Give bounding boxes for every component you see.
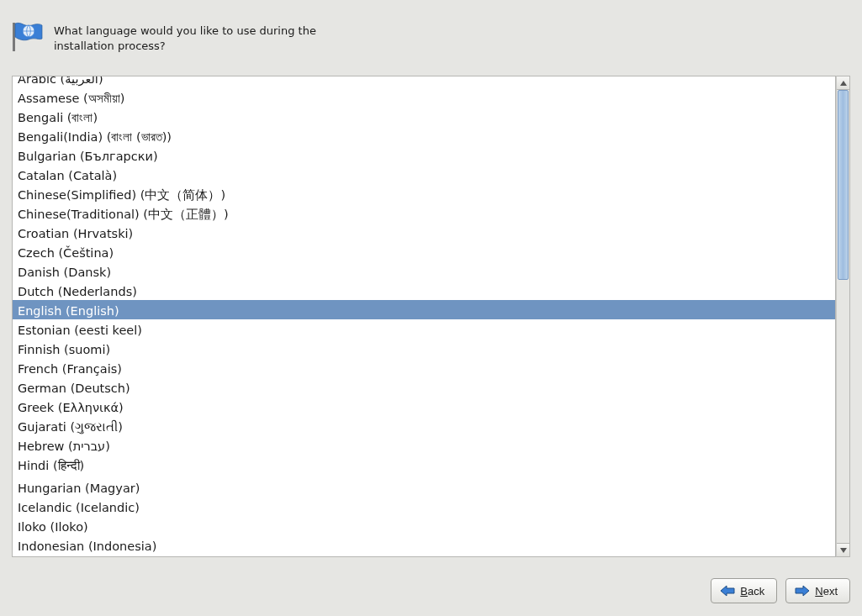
language-item[interactable]: Croatian (Hrvatski) <box>13 223 835 242</box>
arrow-left-icon <box>720 585 735 597</box>
language-item[interactable]: Estonian (eesti keel) <box>13 319 835 339</box>
language-item[interactable]: Dutch (Nederlands) <box>13 281 835 300</box>
language-item[interactable]: Hindi (हिन्दी) <box>13 455 835 474</box>
language-item[interactable]: Icelandic (Icelandic) <box>13 497 835 516</box>
language-item[interactable]: Indonesian (Indonesia) <box>13 535 835 555</box>
language-item[interactable]: Greek (Ελληνικά) <box>13 397 835 416</box>
language-item[interactable]: Chinese(Simplified) (中文（简体）) <box>13 184 835 203</box>
language-picker: Arabic (العربية)Assamese (অসমীয়া)Bengal… <box>12 76 850 557</box>
language-item[interactable]: Chinese(Traditional) (中文（正體）) <box>13 203 835 223</box>
back-button[interactable]: Back <box>711 578 777 603</box>
next-label: Next <box>815 585 838 598</box>
svg-rect-0 <box>13 23 15 51</box>
language-item[interactable]: English (English) <box>13 300 835 319</box>
scroll-track[interactable] <box>837 90 849 543</box>
arrow-right-icon <box>795 585 810 597</box>
language-item[interactable]: Arabic (العربية) <box>13 76 835 87</box>
prompt-text: What language would you like to use duri… <box>54 18 340 54</box>
language-item[interactable]: Czech (Čeština) <box>13 242 835 261</box>
language-item[interactable]: French (Français) <box>13 358 835 377</box>
next-button[interactable]: Next <box>785 578 850 603</box>
language-item[interactable]: Catalan (Català) <box>13 165 835 184</box>
language-item[interactable]: Bulgarian (Български) <box>13 145 835 165</box>
language-item[interactable]: Assamese (অসমীয়া) <box>13 87 835 107</box>
back-label: Back <box>740 585 764 598</box>
language-item[interactable]: Danish (Dansk) <box>13 261 835 281</box>
language-item[interactable]: German (Deutsch) <box>13 377 835 397</box>
language-item[interactable]: Hebrew (עברית) <box>13 435 835 455</box>
language-item[interactable]: Gujarati (ગુજરાતી) <box>13 416 835 435</box>
scroll-thumb[interactable] <box>838 90 849 280</box>
language-item[interactable]: Bengali (বাংলা) <box>13 107 835 126</box>
header-row: What language would you like to use duri… <box>0 0 862 62</box>
language-list[interactable]: Arabic (العربية)Assamese (অসমীয়া)Bengal… <box>12 76 836 557</box>
scroll-up-button[interactable] <box>837 76 849 90</box>
scroll-down-button[interactable] <box>837 543 849 556</box>
svg-marker-3 <box>840 81 847 86</box>
language-item[interactable]: Hungarian (Magyar) <box>13 477 835 497</box>
globe-flag-icon <box>10 20 44 54</box>
scrollbar[interactable] <box>836 76 850 557</box>
footer-buttons: Back Next <box>0 566 862 616</box>
language-item[interactable]: Finnish (suomi) <box>13 339 835 358</box>
language-item[interactable]: Iloko (Iloko) <box>13 516 835 535</box>
svg-marker-4 <box>840 548 847 553</box>
language-item[interactable]: Bengali(India) (বাংলা (ভারত)) <box>13 126 835 145</box>
